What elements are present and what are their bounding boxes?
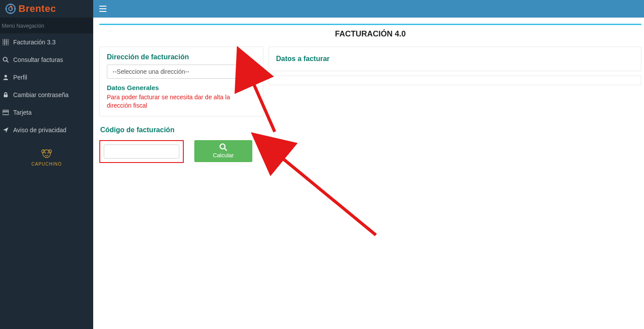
capuchino-label: CAPUCHINO — [0, 162, 93, 166]
svg-point-16 — [45, 152, 46, 153]
direccion-title: Dirección de facturación — [107, 53, 256, 61]
sidebar-item-cambiar-contrasena[interactable]: Cambiar contraseña — [0, 86, 93, 104]
sidebar-item-label: Facturación 3.3 — [13, 39, 56, 46]
svg-point-9 — [4, 75, 7, 78]
datos-facturar-card: Datos a facturar — [269, 47, 641, 71]
grid-icon — [3, 39, 9, 45]
sidebar-item-label: Consultar facturas — [13, 56, 63, 63]
direccion-card: Dirección de facturación --Seleccione un… — [99, 47, 263, 116]
page-title: FACTURACIÓN 4.0 — [99, 29, 641, 39]
topbar — [93, 0, 644, 18]
menu-header: Menú Navegación — [0, 18, 93, 33]
search-icon — [219, 143, 227, 151]
datos-generales-warning: Para poder facturar se necesita dar de a… — [107, 93, 256, 110]
svg-point-0 — [6, 4, 15, 14]
datos-facturar-title: Datos a facturar — [276, 55, 330, 63]
sidebar: Brentec Menú Navegación Facturación 3.3 … — [0, 0, 93, 329]
sidebar-item-label: Aviso de privacidad — [13, 127, 66, 134]
card-icon — [3, 109, 9, 116]
brand: Brentec — [0, 0, 93, 18]
capuchino-branding: CAPUCHINO — [0, 147, 93, 166]
svg-rect-10 — [4, 94, 8, 97]
calcular-button[interactable]: Calcular — [194, 140, 252, 162]
codigo-highlight-box — [99, 140, 184, 163]
sidebar-item-aviso[interactable]: Aviso de privacidad — [0, 121, 93, 139]
datos-facturar-empty-card — [269, 76, 641, 85]
codigo-title: Código de facturación — [100, 126, 263, 134]
codigo-row: Calcular — [99, 140, 263, 163]
sidebar-item-consultar[interactable]: Consultar facturas — [0, 51, 93, 69]
calcular-label: Calcular — [213, 152, 234, 159]
svg-point-17 — [47, 152, 48, 153]
user-icon — [3, 74, 9, 80]
brand-gear-icon — [4, 3, 17, 15]
sidebar-item-facturacion[interactable]: Facturación 3.3 — [0, 33, 93, 51]
codigo-input[interactable] — [104, 145, 179, 159]
monkey-icon — [40, 147, 53, 159]
main-area: FACTURACIÓN 4.0 Dirección de facturación… — [93, 0, 644, 329]
sidebar-item-label: Perfil — [13, 74, 27, 81]
nav-list: Facturación 3.3 Consultar facturas Perfi… — [0, 33, 93, 139]
svg-point-13 — [43, 150, 51, 158]
svg-rect-12 — [3, 111, 9, 112]
brand-name: Brentec — [18, 3, 56, 14]
sidebar-item-perfil[interactable]: Perfil — [0, 69, 93, 86]
direccion-select[interactable]: --Seleccione una dirección-- — [107, 65, 256, 79]
sidebar-item-label: Cambiar contraseña — [13, 91, 69, 98]
svg-point-7 — [3, 57, 7, 61]
svg-rect-11 — [3, 110, 9, 115]
datos-generales-title: Datos Generales — [107, 84, 256, 91]
paper-plane-icon — [3, 127, 9, 133]
sidebar-item-label: Tarjeta — [13, 109, 32, 116]
search-icon — [3, 57, 9, 63]
svg-rect-2 — [3, 39, 9, 45]
sidebar-item-tarjeta[interactable]: Tarjeta — [0, 104, 93, 121]
accent-line — [99, 24, 641, 25]
hamburger-icon[interactable] — [99, 6, 106, 12]
svg-line-8 — [7, 61, 8, 62]
svg-line-22 — [225, 148, 227, 151]
content: FACTURACIÓN 4.0 Dirección de facturación… — [93, 18, 644, 329]
svg-point-21 — [220, 144, 225, 149]
lock-icon — [3, 92, 9, 98]
